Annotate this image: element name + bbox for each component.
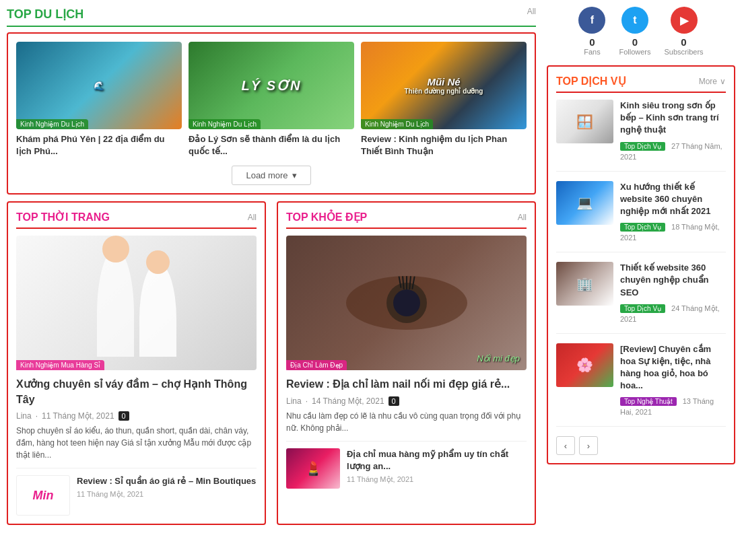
du-lich-all-link[interactable]: All [527,7,536,22]
youtube-icon: ▶ [671,7,698,34]
dich-vu-tag-3: Top Dịch Vụ [620,304,665,313]
followers-label: Followers [619,48,650,56]
thoi-trang-small-title: Review : Sỉ quần áo giá rẻ – Min Boutiqu… [77,475,256,487]
thoi-trang-section: TOP THỜI TRANG All [7,201,266,525]
dich-vu-pagination: ‹ › [556,436,726,455]
khoe-dep-title: TOP KHỎE ĐẸP [286,211,367,223]
fans-count: 0 [578,36,605,48]
du-lich-card-2: LÝ SƠN Kinh Nghiệm Du Lịch Đảo Lý Sơn sẽ… [189,42,354,158]
dich-vu-tag-1: Top Dịch Vụ [620,142,665,151]
khoe-dep-featured-label: Địa Chỉ Làm Đẹp [286,360,347,370]
khoe-dep-comment-count: 0 [389,396,399,406]
thoi-trang-small-article: Min Review : Sỉ quần áo giá rẻ – Min Bou… [16,468,257,516]
sidebar: f 0 Fans t 0 Followers ▶ 0 Subscribers T… [547,7,735,536]
du-lich-card-3-label: Kinh Nghiệm Du Lịch [361,119,433,129]
du-lich-grid: 🌊 Kinh Nghiệm Du Lịch Khám phá Phú Yên |… [16,42,527,158]
dich-vu-title: TOP DỊCH VỤ [556,75,626,88]
social-followers: t 0 Followers [619,7,650,56]
thoi-trang-all-link[interactable]: All [248,213,257,222]
thoi-trang-meta: Lina · 11 Tháng Một, 2021 0 [16,411,257,421]
thoi-trang-title: TOP THỜI TRANG [16,211,110,223]
thoi-trang-featured-label: Kinh Nghiệm Mua Hàng Sỉ [16,360,104,370]
du-lich-title: TOP DU LỊCH [7,7,83,22]
khoe-dep-section: TOP KHỎE ĐẸP All [277,201,536,525]
du-lich-card-2-title: Đảo Lý Sơn sẽ thành điểm là du lịch quốc… [189,133,354,158]
dich-vu-title-3: Thiết kế website 360 chuyên nghệp chuẩn … [620,262,726,299]
du-lich-card-1: 🌊 Kinh Nghiệm Du Lịch Khám phá Phú Yên |… [16,42,182,158]
dich-vu-img-2: 💻 [556,181,613,225]
dich-vu-item-2: 💻 Xu hướng thiết kế website 360 chuyên n… [556,181,726,253]
chevron-down-icon: ▾ [292,170,297,180]
dich-vu-img-3: 🏢 [556,262,613,306]
next-page-button[interactable]: › [579,436,598,455]
dich-vu-img-4: 🌸 [556,343,613,387]
subscribers-label: Subscribers [665,48,704,56]
du-lich-card-3-title: Review : Kinh nghiệm du lịch Phan Thiết … [361,133,527,158]
prev-page-button[interactable]: ‹ [556,436,575,455]
dich-vu-item-4: 🌸 [Review] Chuyên cắm hoa Sự kiện, tiệc,… [556,343,726,427]
followers-count: 0 [619,36,650,48]
khoe-dep-small-article: 💄 Địa chỉ mua hàng mỹ phẩm uy tín chất l… [286,441,527,489]
chevron-down-icon: ∨ [720,77,726,86]
dich-vu-title-2: Xu hướng thiết kế website 360 chuyên ngh… [620,181,726,218]
dich-vu-item-1: 🪟 Kinh siêu trong sơn ốp bếp – Kinh sơn … [556,100,726,172]
dich-vu-item-3: 🏢 Thiết kế website 360 chuyên nghệp chuẩ… [556,262,726,334]
fans-label: Fans [578,48,605,56]
khoe-dep-small-date: 11 Tháng Một, 2021 [347,475,527,484]
khoe-dep-featured-title: Review : Địa chỉ làm nail nối mi đẹp giá… [286,377,527,392]
dich-vu-more-link[interactable]: More ∨ [699,77,726,86]
facebook-icon: f [578,7,605,34]
thoi-trang-small-date: 11 Tháng Một, 2021 [77,490,256,499]
twitter-icon: t [621,7,648,34]
dich-vu-tag-2: Top Dịch Vụ [620,223,665,232]
du-lich-card-2-label: Kinh Nghiệm Du Lịch [189,119,261,129]
thoi-trang-excerpt: Shop chuyên sỉ áo kiểu, áo thun, quần sh… [16,425,257,461]
thoi-trang-comment-count: 0 [119,411,129,421]
dich-vu-section: TOP DỊCH VỤ More ∨ 🪟 Kinh siêu trong sơn… [547,65,735,464]
load-more-button[interactable]: Load more ▾ [232,166,310,185]
du-lich-card-1-title: Khám phá Phú Yên | 22 địa điểm du lịch P… [16,133,182,158]
dich-vu-tag-4: Top Nghệ Thuật [620,397,677,406]
khoe-dep-meta: Lina · 14 Tháng Một, 2021 0 [286,396,527,406]
khoe-dep-all-link[interactable]: All [518,213,527,222]
du-lich-card-1-label: Kinh Nghiệm Du Lịch [16,119,88,129]
thoi-trang-featured-title: Xưởng chuyên sỉ váy đầm – chợ Hạnh Thông… [16,377,257,407]
khoe-dep-small-title: Địa chỉ mua hàng mỹ phẩm uy tín chất lượ… [347,448,527,473]
dich-vu-img-1: 🪟 [556,100,613,143]
social-stats: f 0 Fans t 0 Followers ▶ 0 Subscribers [547,7,735,56]
social-fans: f 0 Fans [578,7,605,56]
du-lich-section: TOP DU LỊCH All 🌊 Kinh Nghiệm Du Lịch Kh… [7,7,536,195]
dich-vu-title-4: [Review] Chuyên cắm hoa Sự kiện, tiệc, n… [620,343,726,392]
subscribers-count: 0 [665,36,704,48]
khoe-dep-excerpt: Nhu cầu làm đẹp có lẽ là nhu cầu vô cùng… [286,410,527,434]
social-subscribers: ▶ 0 Subscribers [665,7,704,56]
du-lich-card-3: Mũi Né Thiên đường nghỉ dưỡng Kinh Nghiệ… [361,42,527,158]
dich-vu-title-1: Kinh siêu trong sơn ốp bếp – Kinh sơn tr… [620,100,726,137]
